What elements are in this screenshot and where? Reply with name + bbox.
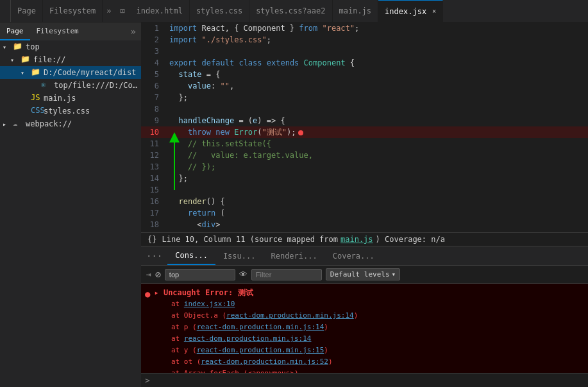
tab-filesystem[interactable]: Filesystem xyxy=(43,0,103,22)
tab-more-icon: » xyxy=(106,6,111,15)
tree-item-file[interactable]: ▾ 📁 file:// xyxy=(0,53,141,66)
devtools-more-button[interactable]: ··· xyxy=(141,251,167,261)
tab-split-icon: ⊡ xyxy=(115,0,130,22)
devtools-tab-issues-label: Issu... xyxy=(223,252,256,261)
line-content xyxy=(167,184,588,196)
tab-more-button[interactable]: » xyxy=(103,0,115,22)
error-icon: ● xyxy=(145,289,150,299)
line-num: 6 xyxy=(141,80,167,92)
line-num: 7 xyxy=(141,92,167,103)
console-input-field[interactable] xyxy=(154,376,584,385)
tree-item-top[interactable]: ▾ 📁 top xyxy=(0,40,141,53)
code-editor[interactable]: 1 import React, { Component } from "reac… xyxy=(141,22,588,232)
tab-page-label: Page xyxy=(17,6,36,15)
stack-line-6: at ot (react-dom.production.min.js:52) xyxy=(154,356,588,368)
sidebar-tab-more[interactable]: » xyxy=(126,26,141,37)
stack-line-3: at p (react-dom.production.min.js:14) xyxy=(154,322,588,333)
console-prompt-icon: > xyxy=(145,375,150,385)
sidebar-tab-filesystem[interactable]: Filesystem xyxy=(30,22,85,40)
line-content: // value: e.target.value, xyxy=(167,150,588,161)
tab-main-js[interactable]: main.js xyxy=(333,0,379,22)
sidebar-tab-page[interactable]: Page xyxy=(0,22,30,40)
code-line-11: 11 // this.setState({ xyxy=(141,138,588,150)
status-text: Line 10, Column 11 (source mapped from xyxy=(162,235,338,244)
file-js-icon: JS xyxy=(31,93,41,103)
arrow-icon: ▾ xyxy=(3,44,13,51)
tree-item-dist[interactable]: ▾ 📁 D:/Code/myreact/dist xyxy=(0,66,141,79)
arrow-icon: ▸ xyxy=(3,121,13,128)
code-line-13: 13 // }); xyxy=(141,161,588,173)
line-content: // }); xyxy=(167,161,588,173)
tree-item-webpack[interactable]: ▸ ☁ webpack:// xyxy=(0,117,141,130)
line-content: <div> xyxy=(167,219,588,230)
code-line-19: 19 <p className="test">12121212</p> xyxy=(141,230,588,232)
code-line-15: 15 xyxy=(141,184,588,196)
close-tab-icon[interactable]: × xyxy=(432,8,436,15)
stack-line-5: at y (react-dom.production.min.js:15) xyxy=(154,345,588,356)
code-line-9: 9 handleChange = (e) => { xyxy=(141,115,588,126)
console-filter-input[interactable] xyxy=(251,269,322,280)
sidebar-tab-filesystem-label: Filesystem xyxy=(37,27,79,35)
line-content: state = { xyxy=(167,69,588,80)
line-content: import "./styles.css"; xyxy=(167,34,588,46)
code-line-10: 10 throw new Error("测试"); xyxy=(141,126,588,138)
tree-item-top-path[interactable]: ⚛ top/file:///D:/Code/myreact/dist xyxy=(0,79,141,92)
line-num: 10 xyxy=(141,126,167,138)
sidebar-toggle-icon[interactable]: ⇥ xyxy=(146,270,151,279)
stack-link-2[interactable]: react-dom.production.min.js:14 xyxy=(226,311,354,320)
devtools-tab-console[interactable]: Cons... xyxy=(167,246,215,265)
code-line-16: 16 render() { xyxy=(141,196,588,207)
sidebar: Page Filesystem » ▾ 📁 top ▾ 📁 file:// ▾ xyxy=(0,22,141,387)
line-num: 11 xyxy=(141,138,167,150)
eye-icon[interactable]: 👁 xyxy=(239,270,248,279)
stack-link-5[interactable]: react-dom.production.min.js:15 xyxy=(197,346,324,354)
line-num: 4 xyxy=(141,57,167,69)
sidebar-tree: ▾ 📁 top ▾ 📁 file:// ▾ 📁 D:/Code/myreact/… xyxy=(0,40,141,387)
tab-page[interactable]: Page xyxy=(11,0,43,22)
tab-bar-left xyxy=(0,0,11,22)
default-levels-dropdown[interactable]: Default levels ▾ xyxy=(326,268,400,280)
line-content xyxy=(167,46,588,57)
clear-console-icon[interactable]: ⊘ xyxy=(155,269,161,280)
tree-label-styles-css: styles.css xyxy=(44,107,141,116)
tab-index-jsx[interactable]: index.jsx × xyxy=(378,0,443,22)
devtools-tab-rendering[interactable]: Renderi... xyxy=(263,246,324,265)
folder-icon: 📁 xyxy=(31,67,41,78)
tab-bar: Page Filesystem » ⊡ index.html styles.cs… xyxy=(0,0,588,22)
console-content[interactable]: ● ▸ Uncaught Error: 测试 at index.jsx:10 xyxy=(141,284,588,373)
status-text2: ) Coverage: n/a xyxy=(376,235,445,244)
arrow-icon: ▾ xyxy=(10,56,21,64)
source-map-link[interactable]: main.js xyxy=(340,235,373,244)
stack-line-7: at Array.forEach (<anonymous>) xyxy=(154,368,588,373)
sidebar-tab-page-label: Page xyxy=(6,27,24,35)
console-search-input[interactable] xyxy=(165,269,235,280)
devtools-panel: ··· Cons... Issu... Renderi... Covera...… xyxy=(141,246,588,387)
line-content: <p className="test">12121212</p> xyxy=(167,230,588,232)
line-content xyxy=(167,103,588,115)
line-num: 13 xyxy=(141,161,167,173)
stack-link-3[interactable]: react-dom.production.min.js:14 xyxy=(197,323,324,331)
devtools-tabs: ··· Cons... Issu... Renderi... Covera... xyxy=(141,246,588,266)
tab-index-html-label: index.html xyxy=(137,6,183,15)
default-levels-label: Default levels xyxy=(330,270,390,279)
code-line-8: 8 xyxy=(141,103,588,115)
expand-icon[interactable]: ▸ xyxy=(154,288,158,297)
tab-styles-css2[interactable]: styles.css?aae2 xyxy=(249,0,332,22)
devtools-tab-coverage[interactable]: Covera... xyxy=(325,246,382,265)
tree-item-main-js[interactable]: JS main.js xyxy=(0,92,141,105)
console-toolbar: ⇥ ⊘ 👁 Default levels ▾ xyxy=(141,266,588,284)
devtools-tab-issues[interactable]: Issu... xyxy=(215,246,264,265)
tab-index-jsx-label: index.jsx xyxy=(385,7,426,16)
tab-index-html[interactable]: index.html xyxy=(130,0,190,22)
file-css-icon: CSS xyxy=(31,106,41,116)
tab-styles-css[interactable]: styles.css xyxy=(190,0,249,22)
line-num: 18 xyxy=(141,219,167,230)
line-content: }; xyxy=(167,173,588,184)
stack-link-1[interactable]: index.jsx:10 xyxy=(184,300,235,308)
code-line-1: 1 import React, { Component } from "reac… xyxy=(141,22,588,34)
tab-styles-css-label: styles.css xyxy=(196,6,242,15)
tree-label-file: file:// xyxy=(33,55,141,64)
stack-link-4[interactable]: react-dom.production.min.js:14 xyxy=(184,334,312,343)
stack-link-6[interactable]: react-dom.production.min.js:52 xyxy=(201,357,328,366)
tree-item-styles-css[interactable]: CSS styles.css xyxy=(0,105,141,117)
